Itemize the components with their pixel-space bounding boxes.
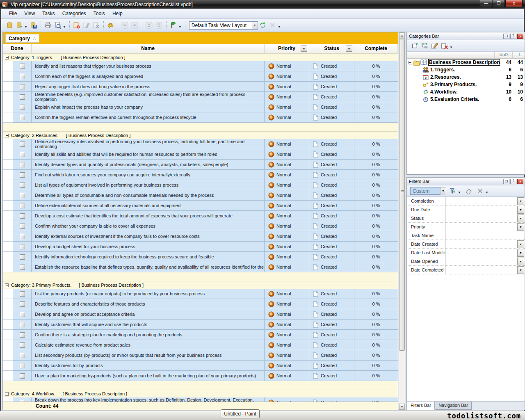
- table-row[interactable]: Determine benefits (e.g. improved custom…: [3, 92, 398, 102]
- priority-cell[interactable]: Normal: [265, 221, 309, 231]
- table-row[interactable]: List the primary products (or major outp…: [3, 289, 398, 299]
- status-cell[interactable]: Created: [309, 71, 354, 82]
- done-checkbox[interactable]: [20, 254, 25, 260]
- done-checkbox[interactable]: [20, 94, 25, 100]
- scroll-up-icon[interactable]: ▲: [399, 32, 405, 39]
- table-row[interactable]: Develop and agree on product acceptance …: [3, 309, 398, 320]
- done-checkbox[interactable]: [20, 265, 25, 270]
- group-by-category-chip[interactable]: Category △: [5, 34, 39, 43]
- menu-view[interactable]: View: [21, 9, 39, 18]
- delete-filter-icon[interactable]: [475, 186, 485, 196]
- close-button[interactable]: x: [505, 0, 523, 7]
- panel-restore-icon[interactable]: ❐: [503, 34, 509, 39]
- category-group-row[interactable]: Category: 4.Workflow.[ Business Process …: [3, 390, 398, 397]
- vertical-scrollbar[interactable]: ▲ ▼: [399, 32, 405, 410]
- status-cell[interactable]: Created: [309, 160, 354, 170]
- priority-cell[interactable]: Normal: [265, 211, 309, 221]
- collapse-icon[interactable]: [5, 56, 9, 59]
- table-row[interactable]: Identify desired types and quantity of p…: [3, 160, 398, 170]
- status-cell[interactable]: Created: [309, 149, 354, 160]
- filter-dropdown-icon[interactable]: ▼: [346, 46, 352, 52]
- task-name-cell[interactable]: Define external/internal sources of all …: [32, 201, 265, 211]
- category-group-row[interactable]: Category: 2.Resources.[ Business Process…: [3, 131, 398, 139]
- table-row[interactable]: Determine all types of consumable and no…: [3, 190, 398, 201]
- task-name-cell[interactable]: Identify desired types and quantity of p…: [32, 160, 265, 170]
- table-row[interactable]: Define all necessary roles involved in p…: [3, 139, 398, 149]
- status-cell[interactable]: Created: [309, 340, 354, 350]
- priority-cell[interactable]: Normal: [265, 340, 309, 350]
- undone-column-header[interactable]: UnD...: [494, 52, 512, 58]
- priority-cell[interactable]: Normal: [265, 299, 309, 309]
- delete-layout-icon-dropdown[interactable]: ▼: [278, 25, 281, 29]
- menu-help[interactable]: Help: [109, 9, 126, 18]
- filter-dropdown-icon[interactable]: ▼: [517, 223, 524, 231]
- task-name-cell[interactable]: Develop and agree on product acceptance …: [32, 309, 265, 320]
- task-name-cell[interactable]: List the primary products (or major outp…: [32, 289, 265, 299]
- done-checkbox[interactable]: [20, 373, 25, 379]
- done-checkbox[interactable]: [20, 183, 25, 188]
- priority-cell[interactable]: Normal: [265, 160, 309, 170]
- collapse-icon[interactable]: [5, 392, 9, 396]
- priority-cell[interactable]: Normal: [265, 242, 309, 252]
- priority-cell[interactable]: Normal: [265, 149, 309, 160]
- filter-value-field[interactable]: [446, 197, 517, 205]
- task-name-cell[interactable]: Identify information technology required…: [32, 252, 265, 262]
- done-checkbox[interactable]: [20, 105, 25, 110]
- done-checkbox[interactable]: [20, 84, 25, 89]
- priority-cell[interactable]: Normal: [265, 231, 309, 242]
- priority-cell[interactable]: Normal: [265, 180, 309, 190]
- layout-combo[interactable]: Default Task View Layout▼: [189, 21, 258, 30]
- status-cell[interactable]: Created: [309, 361, 354, 371]
- status-cell[interactable]: Created: [309, 92, 354, 102]
- task-name-cell[interactable]: List all types of equipment involved in …: [32, 180, 265, 190]
- delete-category-icon[interactable]: [440, 41, 450, 51]
- filter-dropdown-icon[interactable]: ▼: [517, 249, 524, 257]
- done-checkbox[interactable]: [20, 213, 25, 219]
- minimize-button[interactable]: —: [480, 0, 492, 7]
- print-preview-icon[interactable]: [53, 21, 63, 30]
- status-cell[interactable]: Created: [309, 180, 354, 190]
- priority-cell[interactable]: Normal: [265, 350, 309, 361]
- category-group-row[interactable]: Category: 3.Primary Products.[ Business …: [3, 281, 398, 289]
- filter-value-field[interactable]: [446, 266, 517, 274]
- panel-close-icon[interactable]: x: [517, 34, 523, 39]
- tree-item[interactable]: Business Process Description4444: [407, 59, 525, 66]
- priority-cell[interactable]: Normal: [265, 92, 309, 102]
- task-name-cell[interactable]: Explain what impact the process has to y…: [32, 102, 265, 112]
- task-name-cell[interactable]: Determine all types of consumable and no…: [32, 190, 265, 201]
- tab-navigation-bar[interactable]: Navigation Bar: [435, 402, 472, 410]
- table-row[interactable]: Describe features and characteristics of…: [3, 299, 398, 309]
- done-checkbox[interactable]: [20, 64, 25, 69]
- status-cell[interactable]: Created: [309, 330, 354, 340]
- status-cell[interactable]: Created: [309, 350, 354, 361]
- priority-cell[interactable]: Normal: [265, 252, 309, 262]
- table-row[interactable]: Calculate estimated revenue from product…: [3, 340, 398, 350]
- new-database-icon[interactable]: [5, 21, 14, 30]
- task-name-cell[interactable]: Reject any trigger that does not bring v…: [32, 82, 265, 92]
- task-name-cell[interactable]: Identify all skills and abilities that w…: [32, 149, 265, 160]
- filter-dropdown-icon[interactable]: ▼: [301, 46, 307, 52]
- filter-dropdown-icon[interactable]: ▼: [517, 206, 524, 214]
- tree-item[interactable]: 4.Workflow.1010: [407, 88, 525, 96]
- column-header-complete[interactable]: Complete: [354, 44, 398, 53]
- task-name-cell[interactable]: Confirm whether your company is able to …: [32, 221, 265, 231]
- tree-item[interactable]: 3.Primary Products.99: [407, 81, 525, 88]
- table-row[interactable]: Develop a budget sheet for your business…: [3, 242, 398, 252]
- tree-item[interactable]: 5.Evaluation Criteria.66: [407, 96, 525, 103]
- task-name-cell[interactable]: Identify and list reasons that trigger y…: [32, 61, 265, 71]
- total-column-header[interactable]: T...: [512, 52, 525, 58]
- status-cell[interactable]: Created: [309, 231, 354, 242]
- done-checkbox[interactable]: [20, 152, 25, 157]
- done-checkbox[interactable]: [20, 291, 25, 297]
- apply-filter-icon[interactable]: [448, 186, 458, 196]
- table-row[interactable]: Identify customers that will acquire and…: [3, 320, 398, 330]
- tab-filters-bar[interactable]: Filters Bar: [407, 402, 435, 410]
- table-row[interactable]: List all types of equipment involved in …: [3, 180, 398, 190]
- table-row[interactable]: Identify customers for by-productsNormal…: [3, 361, 398, 371]
- print-icon[interactable]: [43, 21, 53, 30]
- highlight-icon[interactable]: [106, 21, 116, 30]
- task-name-cell[interactable]: Identify external sources of investment …: [32, 231, 265, 242]
- priority-cell[interactable]: Normal: [265, 102, 309, 112]
- table-row[interactable]: Define external/internal sources of all …: [3, 201, 398, 211]
- done-checkbox[interactable]: [20, 74, 25, 79]
